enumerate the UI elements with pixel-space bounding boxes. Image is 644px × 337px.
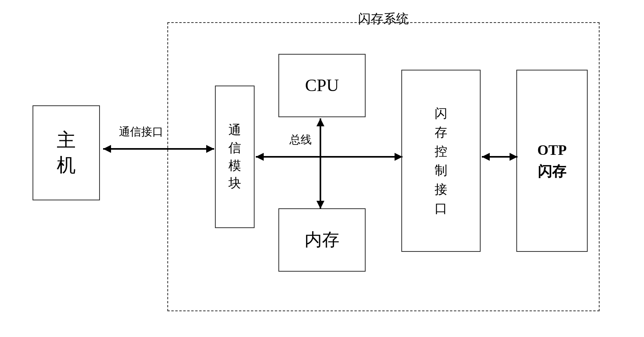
flash-system-label: 闪存系统 [358,10,409,28]
comm-module-box: 通信模块 [215,86,255,228]
bus-arrow [254,149,404,165]
svg-marker-2 [206,145,214,153]
memory-label: 内存 [305,228,339,251]
otp-label: OTP闪存 [537,139,567,182]
cpu-memory-arrow [312,116,328,211]
bus-label: 总线 [289,132,312,147]
host-box: 主机 [33,105,100,200]
svg-marker-7 [316,118,324,126]
cpu-label: CPU [305,75,339,95]
svg-marker-11 [510,153,518,161]
comm-module-label: 通信模块 [228,121,241,192]
flash-ctrl-box: 闪存控制接口 [401,70,481,252]
comm-interface-arrow [99,141,218,157]
svg-marker-8 [316,201,324,209]
flash-otp-arrow [480,149,519,165]
memory-box: 内存 [278,208,366,272]
cpu-box: CPU [278,54,366,117]
svg-marker-10 [482,153,490,161]
svg-marker-4 [256,153,264,161]
svg-marker-1 [103,145,111,153]
diagram: 闪存系统 主机 通信接口 通信模块 总线 CPU 内存 [25,14,619,323]
otp-box: OTP闪存 [516,70,588,252]
flash-ctrl-label: 闪存控制接口 [435,104,447,218]
comm-interface-label: 通信接口 [119,124,163,139]
host-label: 主机 [57,128,76,177]
